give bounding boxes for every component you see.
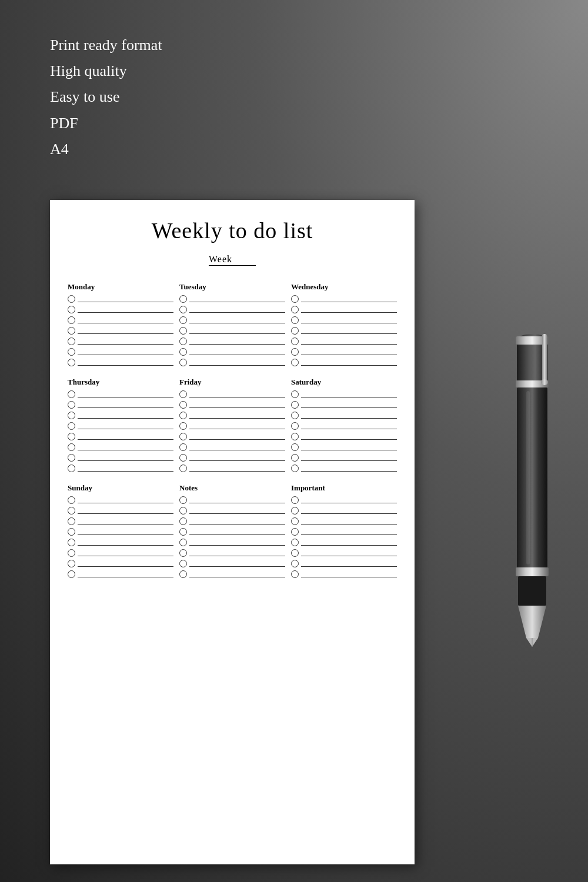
task-item[interactable] [179,560,285,567]
task-checkbox[interactable] [68,454,75,462]
task-item[interactable] [179,549,285,557]
task-item[interactable] [179,528,285,536]
task-checkbox[interactable] [291,316,299,324]
task-item[interactable] [68,338,173,345]
task-checkbox[interactable] [68,443,75,451]
task-item[interactable] [291,359,397,366]
task-item[interactable] [68,401,173,409]
task-item[interactable] [179,539,285,546]
task-checkbox[interactable] [68,306,75,313]
task-checkbox[interactable] [291,465,299,472]
task-checkbox[interactable] [179,433,187,440]
task-item[interactable] [179,412,285,419]
task-checkbox[interactable] [179,496,187,504]
task-item[interactable] [291,454,397,462]
task-item[interactable] [179,390,285,398]
task-item[interactable] [291,295,397,303]
task-checkbox[interactable] [68,528,75,536]
task-item[interactable] [291,433,397,440]
task-item[interactable] [68,517,173,525]
task-item[interactable] [68,539,173,546]
task-checkbox[interactable] [291,539,299,546]
task-checkbox[interactable] [68,316,75,324]
task-item[interactable] [291,422,397,430]
task-item[interactable] [179,443,285,451]
task-item[interactable] [68,316,173,324]
task-item[interactable] [179,338,285,345]
task-checkbox[interactable] [179,316,187,324]
task-item[interactable] [291,507,397,514]
task-item[interactable] [68,507,173,514]
task-item[interactable] [291,338,397,345]
task-item[interactable] [291,316,397,324]
task-checkbox[interactable] [291,528,299,536]
task-item[interactable] [179,507,285,514]
task-item[interactable] [68,443,173,451]
task-item[interactable] [179,570,285,578]
task-item[interactable] [291,549,397,557]
task-checkbox[interactable] [179,338,187,345]
task-checkbox[interactable] [179,443,187,451]
task-item[interactable] [291,496,397,504]
task-item[interactable] [68,359,173,366]
task-item[interactable] [179,465,285,472]
task-item[interactable] [68,390,173,398]
task-item[interactable] [291,327,397,335]
task-item[interactable] [68,295,173,303]
task-checkbox[interactable] [291,359,299,366]
task-checkbox[interactable] [291,338,299,345]
task-checkbox[interactable] [179,517,187,525]
task-item[interactable] [68,348,173,356]
task-item[interactable] [68,433,173,440]
task-item[interactable] [68,422,173,430]
task-checkbox[interactable] [291,327,299,335]
task-checkbox[interactable] [68,517,75,525]
task-checkbox[interactable] [68,539,75,546]
task-item[interactable] [68,306,173,313]
task-item[interactable] [291,539,397,546]
task-checkbox[interactable] [291,306,299,313]
task-checkbox[interactable] [291,412,299,419]
task-checkbox[interactable] [291,570,299,578]
task-item[interactable] [179,295,285,303]
task-item[interactable] [68,496,173,504]
task-item[interactable] [291,465,397,472]
task-item[interactable] [179,401,285,409]
task-item[interactable] [291,517,397,525]
task-checkbox[interactable] [179,348,187,356]
task-item[interactable] [179,422,285,430]
task-checkbox[interactable] [291,560,299,567]
task-checkbox[interactable] [291,433,299,440]
task-item[interactable] [179,327,285,335]
task-checkbox[interactable] [291,390,299,398]
task-checkbox[interactable] [291,517,299,525]
task-checkbox[interactable] [291,454,299,462]
task-checkbox[interactable] [68,401,75,409]
task-checkbox[interactable] [291,295,299,303]
task-checkbox[interactable] [179,465,187,472]
task-checkbox[interactable] [68,496,75,504]
task-checkbox[interactable] [68,359,75,366]
task-checkbox[interactable] [68,295,75,303]
task-item[interactable] [179,517,285,525]
task-checkbox[interactable] [179,560,187,567]
task-checkbox[interactable] [68,465,75,472]
task-checkbox[interactable] [179,295,187,303]
task-checkbox[interactable] [68,570,75,578]
task-checkbox[interactable] [179,306,187,313]
task-checkbox[interactable] [179,401,187,409]
task-checkbox[interactable] [68,412,75,419]
task-checkbox[interactable] [68,507,75,514]
task-checkbox[interactable] [179,549,187,557]
task-checkbox[interactable] [68,549,75,557]
task-item[interactable] [68,560,173,567]
task-item[interactable] [68,465,173,472]
task-checkbox[interactable] [291,422,299,430]
task-item[interactable] [291,390,397,398]
task-item[interactable] [179,496,285,504]
task-checkbox[interactable] [68,348,75,356]
task-checkbox[interactable] [68,327,75,335]
task-checkbox[interactable] [179,390,187,398]
task-checkbox[interactable] [68,338,75,345]
task-checkbox[interactable] [179,422,187,430]
